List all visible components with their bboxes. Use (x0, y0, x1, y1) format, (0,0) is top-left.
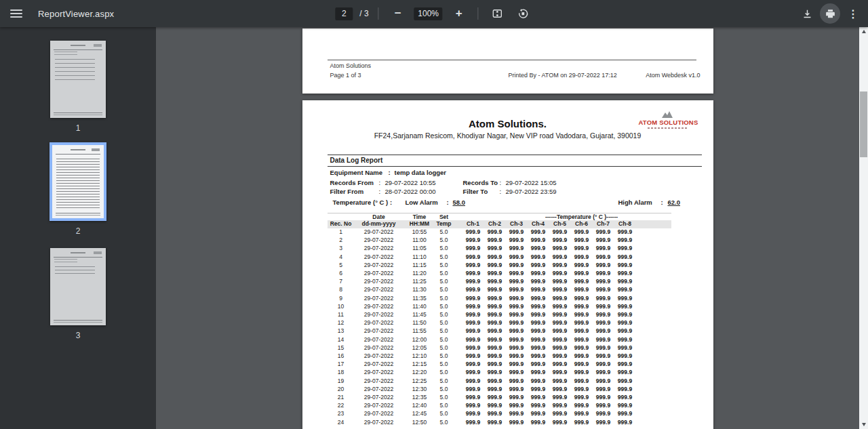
download-button[interactable] (797, 4, 816, 23)
table-row: 2129-07-202212:355.0999.9999.9999.9999.9… (328, 394, 639, 402)
log-cell: 999.9 (462, 278, 484, 285)
scroll-down-icon (862, 423, 866, 426)
records-to-value: 29-07-2022 15:05 (506, 179, 557, 186)
log-cell: 999.9 (484, 253, 506, 260)
log-cell: 10 (328, 303, 355, 310)
zoom-in-button[interactable]: + (450, 4, 469, 23)
scroll-down-button[interactable] (859, 420, 868, 429)
log-cell: 999.9 (462, 410, 484, 417)
filter-from-label: Filter From (330, 188, 364, 195)
log-cell: 999.9 (571, 327, 593, 334)
log-cell: 999.9 (571, 228, 593, 235)
log-cell: 999.9 (571, 303, 593, 310)
log-cell: 999.9 (528, 419, 549, 426)
low-alarm-value: 58.0 (453, 199, 466, 206)
log-cell: 5.0 (433, 228, 455, 235)
log-cell: 999.9 (614, 253, 636, 260)
log-cell: 999.9 (506, 386, 528, 392)
log-cell: 999.9 (571, 262, 593, 268)
log-cell: 999.9 (571, 237, 593, 243)
log-cell: 12:25 (403, 377, 436, 384)
log-cell: 999.9 (571, 270, 593, 277)
log-cell: 999.9 (614, 237, 636, 243)
log-cell: 29-07-2022 (355, 253, 403, 260)
log-cell: 999.9 (614, 245, 636, 251)
thumbnail-label: 2 (76, 226, 81, 236)
print-button[interactable] (821, 4, 840, 23)
log-cell: 999.9 (462, 386, 484, 392)
zoom-out-button[interactable]: − (389, 4, 408, 23)
log-cell: 999.9 (571, 319, 593, 326)
thumbnail-page-3[interactable]: 3 (0, 248, 156, 340)
equipment-value: temp data logger (395, 169, 447, 176)
log-cell: 999.9 (528, 278, 549, 285)
thumbnail-page-2[interactable]: 2 (0, 142, 156, 236)
log-cell: 999.9 (614, 394, 636, 401)
scroll-up-button[interactable] (859, 27, 868, 36)
log-cell: 999.9 (506, 369, 528, 375)
thumbnail-preview (50, 41, 106, 118)
table-row: 1029-07-202211:405.0999.9999.9999.9999.9… (328, 303, 639, 311)
zoom-level: 100% (414, 7, 443, 20)
log-cell: 999.9 (614, 319, 636, 326)
document-viewer[interactable]: Atom Solutions Page 1 of 3 Printed By - … (156, 27, 859, 429)
table-row: 229-07-202211:005.0999.9999.9999.9999.99… (328, 237, 639, 245)
log-cell: 999.9 (484, 327, 506, 334)
fit-page-button[interactable] (488, 4, 507, 23)
table-row: 1129-07-202211:455.0999.9999.9999.9999.9… (328, 311, 639, 319)
log-cell: 999.9 (462, 377, 484, 384)
log-cell: 11:20 (403, 270, 436, 277)
log-cell: 999.9 (506, 262, 528, 268)
log-cell: 999.9 (506, 394, 528, 401)
log-cell: 999.9 (528, 402, 549, 409)
log-cell: 999.9 (593, 237, 614, 243)
log-cell: 5.0 (433, 319, 455, 326)
log-cell: 999.9 (593, 270, 614, 277)
menu-button[interactable] (7, 4, 26, 23)
log-cell: 999.9 (528, 377, 549, 384)
log-cell: 29-07-2022 (355, 344, 403, 351)
log-cell: 999.9 (549, 327, 571, 334)
log-cell: 29-07-2022 (355, 286, 403, 293)
log-cell: 999.9 (506, 311, 528, 318)
thumbnail-preview (50, 248, 106, 325)
column-header-temperature-span: ------Temperature (° C )------ (538, 213, 626, 220)
page-number-input[interactable] (335, 7, 353, 20)
equipment-row: Equipment Name : temp data logger (328, 169, 702, 178)
log-cell: 12:30 (403, 386, 436, 392)
vertical-scrollbar[interactable] (859, 27, 868, 429)
more-options-button[interactable]: ⋮ (844, 4, 863, 23)
log-cell: 12 (328, 319, 355, 326)
log-cell: 999.9 (484, 344, 506, 351)
rotate-button[interactable] (514, 4, 533, 23)
log-cell: 999.9 (528, 245, 549, 251)
log-cell: 999.9 (462, 286, 484, 293)
log-cell: 999.9 (549, 295, 571, 302)
footer-version: Atom Webdesk v1.0 (646, 72, 700, 79)
log-cell: 999.9 (462, 336, 484, 343)
log-cell: 999.9 (549, 394, 571, 401)
log-cell: 24 (328, 419, 355, 426)
log-cell: 999.9 (614, 262, 636, 268)
log-cell: 5 (328, 262, 355, 268)
log-cell: 5.0 (433, 386, 455, 392)
thumbnail-page-1[interactable]: 1 (0, 41, 156, 133)
log-cell: 5.0 (433, 295, 455, 302)
high-alarm-label: High Alarm (618, 199, 652, 206)
log-cell: 999.9 (593, 295, 614, 302)
log-cell: 999.9 (593, 402, 614, 409)
records-row: Records From : 29-07-2022 10:55 Records … (328, 179, 702, 188)
log-cell: 999.9 (528, 344, 549, 351)
log-cell: 999.9 (528, 386, 549, 392)
log-cell: 29-07-2022 (355, 386, 403, 392)
log-cell: 999.9 (506, 278, 528, 285)
filter-to-value: 29-07-2022 23:59 (506, 188, 557, 195)
log-cell: 17 (328, 361, 355, 367)
log-cell: 5.0 (433, 303, 455, 310)
log-cell: 4 (328, 253, 355, 260)
log-cell: 999.9 (614, 303, 636, 310)
log-cell: 999.9 (528, 319, 549, 326)
log-cell: 999.9 (484, 394, 506, 401)
log-cell: 999.9 (528, 262, 549, 268)
scrollbar-thumb[interactable] (860, 91, 867, 157)
